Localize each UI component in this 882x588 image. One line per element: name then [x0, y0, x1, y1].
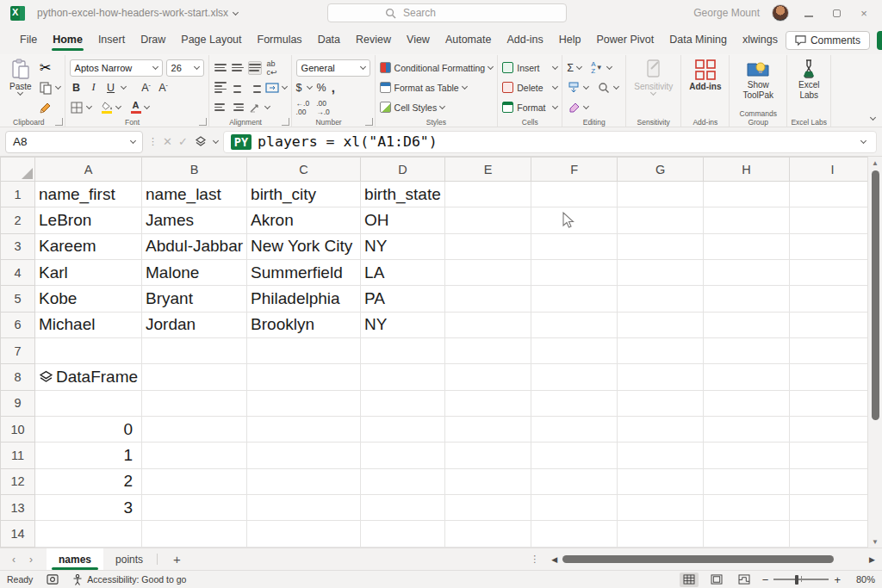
cell-C12[interactable] — [247, 468, 361, 494]
ribbon-tab-add-ins[interactable]: Add-ins — [499, 28, 550, 53]
minimize-button[interactable] — [801, 7, 817, 20]
cell-E5[interactable] — [445, 286, 531, 312]
cell-E1[interactable] — [445, 182, 531, 207]
cell-A11[interactable]: 1 — [35, 443, 142, 468]
cell-C3[interactable]: New York City — [247, 233, 361, 259]
cell-H7[interactable] — [704, 338, 790, 364]
cell-C4[interactable]: Summerfield — [247, 260, 361, 286]
sheet-tab-names[interactable]: names — [47, 548, 103, 570]
addins-button[interactable]: Add-ins — [686, 58, 724, 92]
ribbon-tab-file[interactable]: File — [12, 28, 45, 53]
underline-button[interactable]: U — [104, 81, 118, 95]
cell-E12[interactable] — [445, 468, 531, 494]
cell-B1[interactable]: name_last — [142, 182, 247, 207]
sheet-nav-right-icon[interactable]: › — [29, 554, 33, 566]
cell-A2[interactable]: LeBron — [35, 207, 142, 233]
column-header-G[interactable]: G — [618, 158, 704, 182]
cell-I1[interactable] — [790, 182, 876, 207]
cell-I6[interactable] — [790, 312, 876, 337]
cell-styles-button[interactable]: Cell Styles — [380, 99, 494, 115]
cell-F12[interactable] — [531, 468, 618, 494]
comments-button[interactable]: Comments — [786, 31, 870, 50]
cell-A5[interactable]: Kobe — [35, 286, 142, 312]
cell-E10[interactable] — [445, 417, 531, 443]
copy-button[interactable] — [39, 79, 60, 96]
font-color-button[interactable]: A — [131, 101, 141, 114]
cell-A14[interactable] — [35, 521, 142, 548]
cell-G10[interactable] — [618, 417, 704, 443]
sheet-nav-left-icon[interactable]: ‹ — [12, 554, 16, 566]
horizontal-scrollbar[interactable] — [562, 555, 864, 564]
row-header-2[interactable]: 2 — [1, 207, 35, 233]
row-header-6[interactable]: 6 — [1, 312, 35, 337]
align-right-button[interactable] — [248, 81, 262, 95]
ribbon-tab-data[interactable]: Data — [310, 28, 348, 53]
macro-record-icon[interactable] — [47, 574, 59, 585]
cell-C6[interactable]: Brooklyn — [247, 312, 361, 337]
cell-D10[interactable] — [361, 417, 445, 443]
cell-H2[interactable] — [704, 207, 790, 233]
fill-down-icon[interactable] — [567, 81, 581, 95]
cell-H3[interactable] — [704, 233, 790, 259]
cell-G5[interactable] — [618, 286, 704, 312]
user-avatar[interactable] — [772, 4, 789, 22]
increase-decimal-button[interactable]: ←.0.00 — [296, 99, 310, 116]
column-header-D[interactable]: D — [361, 158, 445, 182]
italic-button[interactable]: I — [87, 81, 101, 95]
search-input[interactable]: Search — [327, 3, 567, 22]
row-header-5[interactable]: 5 — [1, 286, 35, 312]
zoom-in-button[interactable]: + — [834, 573, 841, 586]
ribbon-tab-draw[interactable]: Draw — [133, 28, 173, 53]
cell-I8[interactable] — [790, 364, 876, 390]
row-header-12[interactable]: 12 — [1, 468, 35, 494]
cell-D3[interactable]: NY — [361, 233, 445, 259]
document-title[interactable]: python-excel-how-headers-work-start.xlsx — [37, 7, 238, 19]
font-name-select[interactable]: Aptos Narrow — [70, 59, 163, 77]
cell-F10[interactable] — [531, 417, 618, 443]
column-header-B[interactable]: B — [142, 158, 247, 182]
cell-E8[interactable] — [445, 364, 531, 390]
align-center-button[interactable] — [231, 81, 245, 95]
conditional-formatting-button[interactable]: Conditional Formatting — [380, 59, 494, 76]
ribbon-tab-formulas[interactable]: Formulas — [250, 28, 310, 53]
cell-H1[interactable] — [704, 182, 790, 207]
cell-H9[interactable] — [704, 390, 790, 416]
ribbon-tab-power-pivot[interactable]: Power Pivot — [589, 28, 662, 53]
row-header-3[interactable]: 3 — [1, 233, 35, 259]
format-as-table-button[interactable]: Format as Table — [380, 79, 494, 96]
cell-A6[interactable]: Michael — [35, 312, 142, 337]
cell-C2[interactable]: Akron — [247, 207, 361, 233]
python-object-picker-icon[interactable] — [194, 135, 208, 149]
page-break-view-button[interactable] — [735, 573, 754, 587]
cell-A4[interactable]: Karl — [35, 260, 142, 286]
cell-B4[interactable]: Malone — [142, 260, 247, 286]
cell-B5[interactable]: Bryant — [142, 286, 247, 312]
row-header-4[interactable]: 4 — [1, 260, 35, 286]
scroll-down-icon[interactable]: ▼ — [872, 535, 879, 548]
cell-G4[interactable] — [618, 260, 704, 286]
clipboard-dialog-launcher[interactable] — [55, 118, 63, 126]
cell-H8[interactable] — [704, 364, 790, 390]
cell-G13[interactable] — [618, 495, 704, 521]
merge-center-icon[interactable] — [265, 81, 279, 95]
cell-D5[interactable]: PA — [361, 286, 445, 312]
comma-button[interactable]: , — [332, 80, 335, 95]
cell-H10[interactable] — [704, 417, 790, 443]
cell-H6[interactable] — [704, 312, 790, 337]
cell-E3[interactable] — [445, 233, 531, 259]
align-bottom-button[interactable] — [248, 61, 262, 75]
cell-H5[interactable] — [704, 286, 790, 312]
cell-G14[interactable] — [618, 521, 704, 548]
collapse-ribbon-button[interactable] — [870, 115, 876, 121]
cancel-icon[interactable]: ✕ — [163, 135, 172, 148]
cell-C11[interactable] — [247, 443, 361, 468]
cell-I11[interactable] — [790, 443, 876, 468]
cell-G1[interactable] — [618, 182, 704, 207]
alignment-dialog-launcher[interactable] — [282, 118, 289, 126]
cell-I2[interactable] — [790, 207, 876, 233]
decrease-decimal-button[interactable]: .00→.0 — [316, 99, 330, 116]
decrease-indent-button[interactable] — [214, 101, 227, 115]
maximize-button[interactable] — [829, 7, 844, 20]
decrease-font-button[interactable]: Aˇ — [157, 81, 171, 95]
cell-B13[interactable] — [142, 495, 247, 521]
